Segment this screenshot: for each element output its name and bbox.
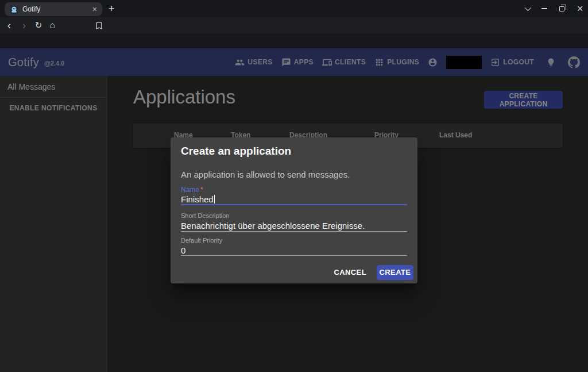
name-field-input[interactable]: Finished — [181, 194, 215, 204]
window-controls: ✕ — [525, 2, 583, 15]
short-description-underline — [181, 231, 407, 232]
window-close-icon[interactable]: ✕ — [577, 5, 583, 13]
cancel-button[interactable]: CANCEL — [329, 264, 371, 280]
tab-title: Gotify — [22, 5, 88, 13]
browser-titlebar: Gotify × + ✕ — [0, 0, 588, 17]
required-asterisk: * — [200, 186, 203, 194]
dialog-title: Create an application — [181, 145, 291, 158]
gotify-favicon — [10, 5, 18, 14]
default-priority-field-label: Default Priority — [181, 237, 222, 244]
short-description-field-input[interactable]: Benachrichtigt über abgeschlossene Ereig… — [181, 221, 365, 231]
bookmarks-bar: » Alle Lesezeichen — [0, 33, 588, 48]
reload-button[interactable]: ↻ — [32, 17, 45, 33]
web-content: Gotify @2.4.0 USERS APPS CLIENTS PLUGINS — [0, 48, 588, 372]
browser-toolbar: ‹ › ↻ ⌂ gotify.musaberdem.de/#/applicati… — [0, 17, 588, 33]
name-field-label: Name* — [181, 186, 203, 194]
name-field-underline — [181, 204, 407, 205]
dialog-actions: CANCEL CREATE — [329, 264, 413, 280]
dialog-description: An application is allowed to send messag… — [181, 170, 350, 179]
tab-close-icon[interactable]: × — [92, 5, 97, 13]
browser-tab[interactable]: Gotify × — [5, 2, 102, 16]
back-button[interactable]: ‹ — [2, 17, 16, 33]
new-tab-button[interactable]: + — [109, 3, 115, 15]
home-button[interactable]: ⌂ — [45, 17, 59, 33]
create-button[interactable]: CREATE — [377, 265, 413, 280]
short-description-field-label: Short Description — [181, 212, 229, 219]
default-priority-underline — [181, 255, 407, 256]
tab-list-chevron-icon[interactable] — [525, 5, 531, 11]
default-priority-field-input[interactable]: 0 — [181, 246, 185, 255]
create-application-dialog: Create an application An application is … — [171, 137, 417, 283]
window-restore-icon[interactable] — [559, 6, 564, 11]
forward-button[interactable]: › — [17, 17, 31, 33]
window-minimize-icon[interactable] — [541, 8, 547, 9]
bookmark-icon[interactable] — [92, 17, 106, 33]
text-cursor — [214, 195, 215, 204]
